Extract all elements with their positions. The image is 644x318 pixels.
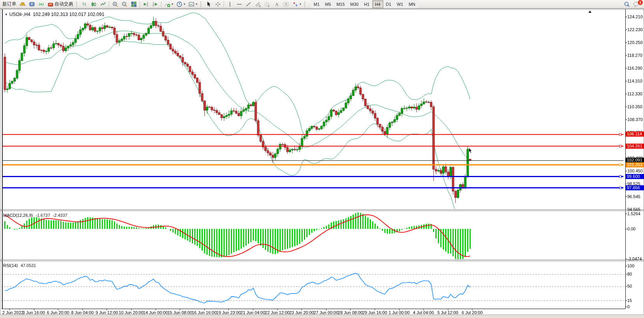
pane-splitter-macd[interactable] (0, 211, 644, 211)
macd-signal-value: -2.4337 (53, 213, 67, 218)
timeframe-m15[interactable]: M15 (334, 0, 347, 8)
pane-splitter-macd[interactable] (0, 209, 644, 210)
trendline-button[interactable] (244, 0, 253, 8)
text-button[interactable]: A (272, 0, 281, 8)
toolbar-separator (140, 1, 140, 7)
macd-axis-label: 0.00 (627, 227, 635, 231)
time-axis-label: 5 Jul 12:00 (437, 310, 458, 315)
toolbar-grip (304, 2, 306, 7)
accounts-button[interactable] (27, 0, 37, 8)
timeframe-m1[interactable]: M1 (311, 0, 322, 8)
indicators-icon (164, 1, 170, 7)
timeframe-mn[interactable]: MN (406, 0, 418, 8)
price-axis-label: 118.270 (627, 53, 642, 58)
price-axis-label: 100.450 (627, 169, 643, 173)
autotrade-button[interactable]: 自动交易 (46, 0, 75, 8)
time-axis-label: 15 Jun 08:00 (167, 310, 192, 315)
toolbar-separator (109, 1, 109, 7)
chart-left-splitter[interactable] (2, 9, 3, 309)
symbol-search-button[interactable] (622, 0, 632, 8)
chart-shift-button[interactable] (151, 0, 160, 8)
time-axis-label: 1 Jul 00:00 (389, 310, 410, 315)
toolbar-separator (224, 1, 224, 7)
timeframe-h1[interactable]: H1 (361, 0, 372, 8)
crosshair-button[interactable] (213, 0, 223, 8)
signal-button[interactable] (37, 0, 46, 8)
zoom-in-button[interactable] (111, 0, 120, 8)
svg-text:T: T (285, 2, 288, 6)
horizontal-line-button[interactable] (235, 0, 244, 8)
tile-windows-button[interactable] (129, 0, 139, 8)
timeframe-d1[interactable]: D1 (383, 0, 394, 8)
toolbar-grip (200, 2, 202, 7)
pane-splitter-rsi[interactable] (0, 261, 644, 261)
candlestick-button[interactable] (89, 0, 98, 8)
channel-icon: E (255, 1, 261, 7)
arrows-button[interactable]: ▾ (291, 0, 303, 8)
window-bottom-strip (0, 314, 644, 318)
new-order-label: 新订单 (2, 1, 16, 7)
price-axis-label: 124.210 (627, 14, 643, 19)
chart-canvas[interactable] (0, 0, 644, 318)
time-axis-label: 2 Jun 2022 (2, 310, 23, 315)
search-icon (624, 1, 630, 7)
timeframe-w1[interactable]: W1 (394, 0, 406, 8)
timeframe-m5[interactable]: M5 (322, 0, 333, 8)
time-axis-label: 27 Jun 00:00 (314, 310, 339, 315)
arrows-icon (292, 1, 298, 7)
macd-axis-label: 1.5264 (627, 211, 640, 216)
time-axis-label: 10 Jun 20:00 (119, 310, 144, 315)
macd-label: MACD(12,26,9) -1.6737 -2.4337 (3, 213, 67, 218)
horizontal-line-icon (236, 1, 242, 7)
rsi-label: RSI(14) 47.0531 (3, 263, 36, 268)
cursor-button[interactable] (204, 0, 213, 8)
timeframe-m30[interactable]: M30 (347, 0, 361, 8)
collapse-triangle-icon[interactable]: ▼ (5, 13, 8, 16)
templates-icon (188, 1, 195, 7)
gold-bar-button[interactable] (18, 0, 27, 8)
notifications-button[interactable]: 1 (632, 0, 642, 8)
price-axis-label: 114.310 (627, 79, 642, 83)
periods-button[interactable]: ▾ (175, 0, 187, 8)
price-tag-97.866[interactable]: 97.866 (626, 185, 644, 190)
indicators-button[interactable]: ▾ (163, 0, 175, 8)
fibonacci-icon: F (264, 1, 270, 7)
price-axis-label: 122.230 (627, 27, 643, 32)
mouse-cursor (469, 148, 473, 155)
rsi-axis-label: 50 (627, 284, 632, 288)
bar-chart-button[interactable] (80, 0, 89, 8)
time-axis-label: 29 Jun 16:00 (362, 310, 387, 315)
trendline-icon (246, 1, 252, 7)
fibonacci-button[interactable]: F (263, 0, 272, 8)
price-axis-label: 96.545 (627, 194, 640, 199)
zoom-out-button[interactable] (120, 0, 129, 8)
pane-splitter-rsi[interactable] (0, 260, 644, 260)
svg-text:A: A (275, 2, 279, 7)
line-chart-button[interactable] (98, 0, 108, 8)
price-tag-106.114[interactable]: 106.114 (626, 132, 644, 137)
price-tag-104.261[interactable]: 104.261 (626, 144, 644, 149)
zoom-out-icon (121, 1, 128, 7)
new-order-button[interactable]: 新订单 (1, 0, 18, 8)
autoscroll-button[interactable] (141, 0, 151, 8)
templates-button[interactable]: ▾ (187, 0, 199, 8)
toolbar-grip (76, 2, 78, 7)
tile-windows-icon (131, 1, 137, 7)
text-label-button[interactable]: T (281, 0, 291, 8)
signal-icon (38, 1, 44, 7)
time-axis-label: 22 Jun 12:00 (265, 310, 290, 315)
price-tag-101.393[interactable]: 101.393 (626, 162, 644, 167)
timeframe-h4[interactable]: H4 (372, 0, 383, 8)
equidistant-channel-button[interactable]: E (253, 0, 263, 8)
time-axis-label: 3 Jun 16:00 (23, 310, 45, 315)
macd-axis-label: -3.0474 (627, 257, 642, 261)
time-axis-label: 19 Jun 23:00 (216, 310, 241, 315)
zoom-in-icon (112, 1, 118, 7)
price-tag-99.600[interactable]: 99.600 (626, 174, 644, 179)
ohlc-readout: 102.249 102.313 102.017 102.091 (33, 12, 105, 17)
gold-bar-icon (19, 1, 26, 7)
cursor-icon (205, 1, 212, 7)
vertical-line-button[interactable] (225, 0, 235, 8)
time-axis-label: 23 Jun 20:00 (289, 310, 314, 315)
rsi-value: 47.0531 (21, 263, 36, 268)
